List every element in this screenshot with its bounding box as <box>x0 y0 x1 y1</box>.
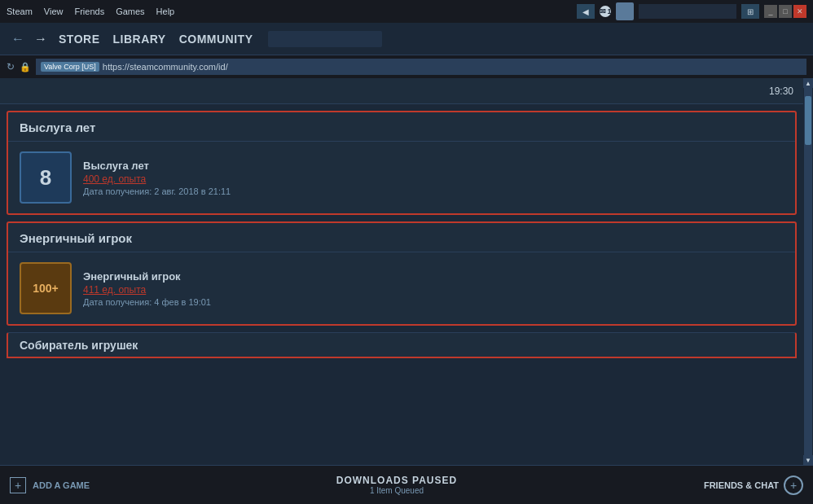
address-input[interactable]: Valve Corp [US] https://steamcommunity.c… <box>36 59 806 75</box>
friends-chat-button[interactable]: FRIENDS & CHAT <box>704 480 779 490</box>
address-url: https://steamcommunity.com/id/ <box>103 62 228 72</box>
energy-badge-icon: 100+ <box>20 262 72 314</box>
energy-badge-date: Дата получения: 4 фев в 19:01 <box>83 297 211 307</box>
username-display <box>639 4 736 19</box>
years-badge-info: Выслуга лет 400 ед. опыта Дата получения… <box>83 160 231 196</box>
energy-badge-label: 100+ <box>33 282 59 295</box>
years-badge-item: 8 Выслуга лет 400 ед. опыта Дата получен… <box>8 142 795 213</box>
notification-icon: ✉ <box>600 7 606 15</box>
years-badge-icon: 8 <box>20 151 72 204</box>
scrollbar-track[interactable] <box>804 88 812 455</box>
years-badge-number: 8 <box>40 165 51 191</box>
scroll-down-arrow[interactable]: ▼ <box>803 455 813 465</box>
status-right: FRIENDS & CHAT + <box>704 476 803 495</box>
window-controls: _ □ ✕ <box>764 5 806 18</box>
notification-badge[interactable]: ✉ 1 <box>600 6 611 17</box>
menu-view[interactable]: View <box>44 7 64 16</box>
nav-store[interactable]: STORE <box>54 33 104 46</box>
notification-count: 1 <box>608 7 612 15</box>
status-bar: + ADD A GAME DOWNLOADS PAUSED 1 Item Que… <box>0 465 813 504</box>
nav-username-area <box>268 31 382 47</box>
add-game-icon[interactable]: + <box>10 477 26 493</box>
lock-icon: 🔒 <box>20 62 31 72</box>
nav-library[interactable]: LIBRARY <box>108 33 170 46</box>
nav-bar: ← → STORE LIBRARY COMMUNITY <box>0 23 813 55</box>
scrollbar[interactable]: ▲ ▼ <box>803 78 813 465</box>
years-section: Выслуга лет 8 Выслуга лет 400 ед. опыта … <box>7 111 797 215</box>
downloads-sub: 1 Item Queued <box>336 486 457 495</box>
energy-section: Энергичный игрок 100+ Энергичный игрок 4… <box>7 221 797 326</box>
nav-community[interactable]: COMMUNITY <box>174 33 258 46</box>
years-badge-date: Дата получения: 2 авг. 2018 в 21:11 <box>83 186 231 196</box>
screenshot-icon-btn[interactable]: ⊞ <box>741 4 759 19</box>
content-area: 19:30 Выслуга лет 8 Выслуга лет 400 ед. … <box>0 78 803 465</box>
downloads-title: DOWNLOADS PAUSED <box>336 475 457 486</box>
back-icon-btn[interactable]: ◀ <box>577 4 595 19</box>
maximize-button[interactable]: □ <box>779 5 792 18</box>
avatar[interactable] <box>616 2 634 20</box>
status-center: DOWNLOADS PAUSED 1 Item Queued <box>336 475 457 495</box>
menu-help[interactable]: Help <box>156 7 175 16</box>
main-content: 19:30 Выслуга лет 8 Выслуга лет 400 ед. … <box>0 78 813 465</box>
back-arrow[interactable]: ← <box>8 30 28 48</box>
forward-arrow[interactable]: → <box>31 30 51 48</box>
energy-badge-item: 100+ Энергичный игрок 411 ед. опыта Дата… <box>8 252 795 324</box>
years-badge-name: Выслуга лет <box>83 160 231 172</box>
address-badge: Valve Corp [US] <box>41 62 99 72</box>
energy-badge-name: Энергичный игрок <box>83 270 211 283</box>
top-partial-item: 19:30 <box>0 78 803 104</box>
minimize-button[interactable]: _ <box>764 5 777 18</box>
scrollbar-thumb[interactable] <box>805 96 811 145</box>
energy-section-title: Энергичный игрок <box>8 223 795 252</box>
status-left: + ADD A GAME <box>10 477 90 493</box>
years-badge-xp[interactable]: 400 ед. опыта <box>83 173 231 185</box>
address-bar: ↻ 🔒 Valve Corp [US] https://steamcommuni… <box>0 55 813 78</box>
menu-steam[interactable]: Steam <box>7 7 33 16</box>
years-section-title: Выслуга лет <box>8 112 795 142</box>
top-partial-price: 19:30 <box>769 85 793 97</box>
title-bar-right: ◀ ✉ 1 ⊞ _ □ ✕ <box>577 2 806 20</box>
bottom-partial-text: Собиратель игрушек <box>20 339 138 352</box>
title-bar: Steam View Friends Games Help ◀ ✉ 1 ⊞ _ … <box>0 0 813 23</box>
add-game-button[interactable]: ADD A GAME <box>33 480 90 490</box>
title-bar-menu: Steam View Friends Games Help <box>7 7 174 16</box>
friends-circle-icon[interactable]: + <box>784 476 803 495</box>
menu-games[interactable]: Games <box>116 7 144 16</box>
energy-badge-xp[interactable]: 411 ед. опыта <box>83 284 211 296</box>
bottom-partial-section: Собиратель игрушек <box>7 332 797 358</box>
menu-friends[interactable]: Friends <box>74 7 104 16</box>
close-button[interactable]: ✕ <box>793 5 806 18</box>
energy-badge-info: Энергичный игрок 411 ед. опыта Дата полу… <box>83 270 211 307</box>
scroll-up-arrow[interactable]: ▲ <box>803 78 813 88</box>
refresh-button[interactable]: ↻ <box>7 61 15 72</box>
